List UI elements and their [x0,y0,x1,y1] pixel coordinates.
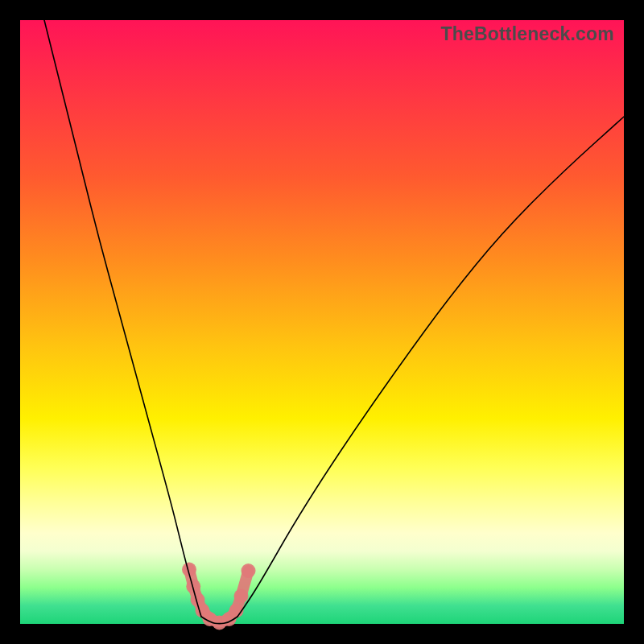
curve-right-branch [237,117,624,617]
marker-dot [234,589,249,604]
outer-black-frame: TheBottleneck.com [0,0,644,644]
curve-svg [20,20,624,624]
curve-left-branch [44,20,201,617]
marker-dot [242,564,256,578]
bottleneck-chart: TheBottleneck.com [20,20,624,624]
salmon-markers [182,563,256,630]
